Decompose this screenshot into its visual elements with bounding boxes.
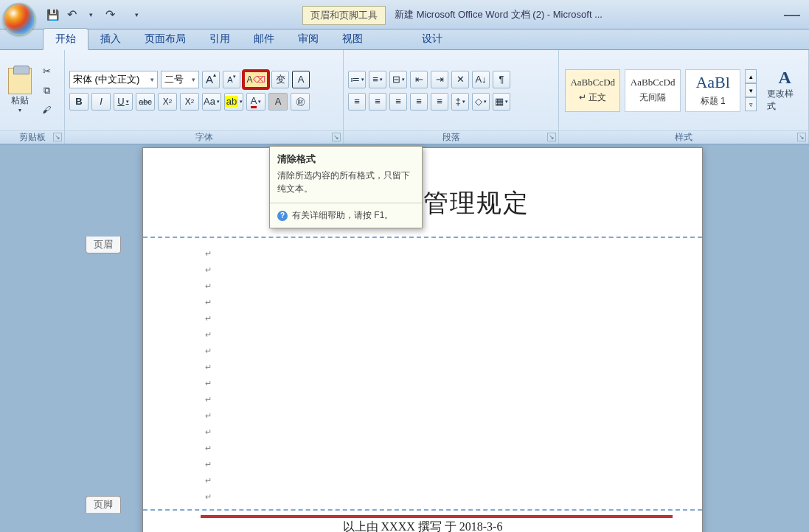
group-clipboard: 粘贴 ▾ 剪贴板 ↘ — [0, 50, 65, 144]
document-title: 新建 Microsoft Office Word 文档 (2) - Micros… — [395, 8, 617, 21]
paste-icon — [8, 68, 32, 94]
justify-button[interactable]: ≡ — [410, 93, 428, 111]
style-heading1[interactable]: AaBl 标题 1 — [685, 69, 740, 112]
change-styles-icon: A — [779, 68, 791, 88]
underline-button[interactable]: U▾ — [114, 93, 133, 111]
group-label-clipboard: 剪贴板 ↘ — [0, 130, 64, 144]
office-button[interactable] — [3, 3, 35, 35]
highlight-button[interactable]: ab▾ — [224, 93, 243, 111]
undo-dropdown[interactable]: ▾ — [83, 7, 99, 23]
tab-home[interactable]: 开始 — [43, 28, 88, 50]
paragraph-dialog-launcher[interactable]: ↘ — [547, 133, 556, 141]
change-case-button[interactable]: Aa▾ — [202, 93, 221, 111]
save-button[interactable] — [44, 7, 60, 23]
font-dialog-launcher[interactable]: ↘ — [332, 133, 341, 141]
align-center-button[interactable]: ≡ — [369, 93, 386, 111]
change-styles-button[interactable]: A 更改样式 — [767, 68, 802, 113]
strikethrough-button[interactable]: abc — [136, 93, 155, 111]
shading-button[interactable]: ◇▾ — [472, 93, 490, 111]
header-boundary — [143, 237, 702, 238]
align-right-button[interactable]: ≡ — [389, 93, 407, 111]
ribbon: 粘贴 ▾ 剪贴板 ↘ 宋体 (中文正文)▾ 二号▾ — [0, 50, 809, 144]
ltr-button[interactable]: ✕ — [451, 71, 469, 88]
footer-boundary — [143, 509, 702, 511]
header-tag: 页眉 — [86, 237, 121, 253]
align-left-button[interactable]: ≡ — [348, 93, 366, 111]
tab-review[interactable]: 审阅 — [286, 29, 330, 49]
italic-button[interactable]: I — [91, 93, 111, 111]
quick-access-toolbar: ▾ ▾ — [40, 7, 145, 23]
phonetic-guide-button[interactable]: 变 — [271, 71, 289, 88]
qat-customize[interactable]: ▾ — [128, 7, 145, 23]
clipboard-dialog-launcher[interactable]: ↘ — [53, 133, 62, 141]
group-styles: AaBbCcDd ↵ 正文 AaBbCcDd 无间隔 AaBl 标题 1 ▴ ▾… — [559, 50, 809, 144]
tooltip-body: 清除所选内容的所有格式，只留下纯文本。 — [270, 169, 422, 203]
group-font: 宋体 (中文正文)▾ 二号▾ A▴ A▾ A⌫ 变 A B I U — [65, 50, 344, 144]
redo-button[interactable] — [102, 7, 118, 23]
styles-gallery-scroll: ▴ ▾ ▿ — [745, 69, 757, 111]
tooltip-help: ? 有关详细帮助，请按 F1。 — [270, 203, 422, 228]
character-border-button[interactable]: A — [292, 71, 310, 88]
increase-indent-button[interactable]: ⇥ — [431, 71, 448, 88]
grow-font-button[interactable]: A▴ — [202, 71, 220, 88]
subscript-button[interactable]: X2 — [158, 93, 177, 111]
paragraph-marks: ↵↵↵↵↵↵↵↵↵↵↵↵↵↵↵↵ — [205, 245, 212, 505]
contextual-tab-header-footer: 页眉和页脚工具 — [302, 6, 386, 25]
font-color-button[interactable]: A▾ — [246, 93, 265, 111]
style-no-spacing[interactable]: AaBbCcDd 无间隔 — [625, 69, 680, 112]
footer-text: 以上由 XXXX 撰写 于 2018-3-6 — [143, 519, 702, 532]
tab-page-layout[interactable]: 页面布局 — [133, 29, 198, 49]
tab-design[interactable]: 设计 — [410, 29, 454, 49]
style-normal[interactable]: AaBbCcDd ↵ 正文 — [565, 69, 620, 112]
document-page[interactable]: 管理规定 页眉 ↵↵↵↵↵↵↵↵↵↵↵↵↵↵↵↵ 页脚 以上由 XXXX 撰写 … — [142, 147, 703, 532]
paste-button[interactable]: 粘贴 ▾ — [4, 66, 35, 116]
title-bar: ▾ ▾ 页眉和页脚工具 新建 Microsoft Office Word 文档 … — [0, 0, 809, 29]
sort-button[interactable]: A↓ — [472, 71, 490, 88]
group-paragraph: ≔▾ ≡▾ ⊟▾ ⇤ ⇥ ✕ A↓ ¶ ≡ ≡ ≡ ≡ ≡ ‡▾ ◇▾ — [344, 50, 559, 144]
group-label-font: 字体 ↘ — [65, 130, 343, 144]
tab-mailings[interactable]: 邮件 — [242, 29, 286, 49]
format-painter-button[interactable] — [38, 102, 55, 118]
document-heading: 管理规定 — [423, 186, 530, 220]
tab-references[interactable]: 引用 — [198, 29, 242, 49]
footer-tag: 页脚 — [86, 496, 121, 513]
tooltip-clear-formatting: 清除格式 清除所选内容的所有格式，只留下纯文本。 ? 有关详细帮助，请按 F1。 — [269, 146, 423, 228]
tab-view[interactable]: 视图 — [330, 29, 375, 49]
footer-rule — [201, 515, 673, 518]
styles-scroll-down[interactable]: ▾ — [745, 83, 757, 97]
tooltip-title: 清除格式 — [270, 147, 422, 169]
undo-button[interactable] — [63, 7, 80, 23]
paste-label: 粘贴 — [11, 94, 29, 107]
line-spacing-button[interactable]: ‡▾ — [451, 93, 469, 111]
styles-gallery-expand[interactable]: ▿ — [745, 97, 757, 111]
multilevel-list-button[interactable]: ⊟▾ — [389, 71, 407, 88]
distributed-button[interactable]: ≡ — [431, 93, 448, 111]
borders-button[interactable]: ▦▾ — [493, 93, 510, 111]
decrease-indent-button[interactable]: ⇤ — [410, 71, 428, 88]
superscript-button[interactable]: X2 — [180, 93, 199, 111]
copy-button[interactable] — [38, 83, 55, 99]
clear-formatting-button[interactable]: A⌫ — [243, 71, 268, 88]
styles-dialog-launcher[interactable]: ↘ — [797, 133, 806, 141]
font-name-combo[interactable]: 宋体 (中文正文)▾ — [69, 71, 158, 88]
styles-scroll-up[interactable]: ▴ — [745, 69, 757, 83]
tab-insert[interactable]: 插入 — [88, 29, 133, 49]
help-icon: ? — [277, 211, 288, 221]
minimize-button[interactable]: — — [775, 5, 809, 24]
character-shading-button[interactable]: A — [268, 93, 288, 111]
numbering-button[interactable]: ≡▾ — [369, 71, 386, 88]
cut-button[interactable] — [38, 63, 55, 80]
enclose-characters-button[interactable]: ㊖ — [291, 93, 310, 111]
bullets-button[interactable]: ≔▾ — [348, 71, 366, 88]
bold-button[interactable]: B — [69, 93, 88, 111]
group-label-paragraph: 段落 ↘ — [344, 130, 558, 144]
ribbon-tabs: 开始 插入 页面布局 引用 邮件 审阅 视图 设计 — [0, 29, 809, 50]
font-size-combo[interactable]: 二号▾ — [161, 71, 199, 88]
shrink-font-button[interactable]: A▾ — [223, 71, 240, 88]
clear-formatting-icon: A⌫ — [246, 74, 265, 85]
group-label-styles: 样式 ↘ — [559, 130, 808, 144]
show-marks-button[interactable]: ¶ — [493, 71, 510, 88]
